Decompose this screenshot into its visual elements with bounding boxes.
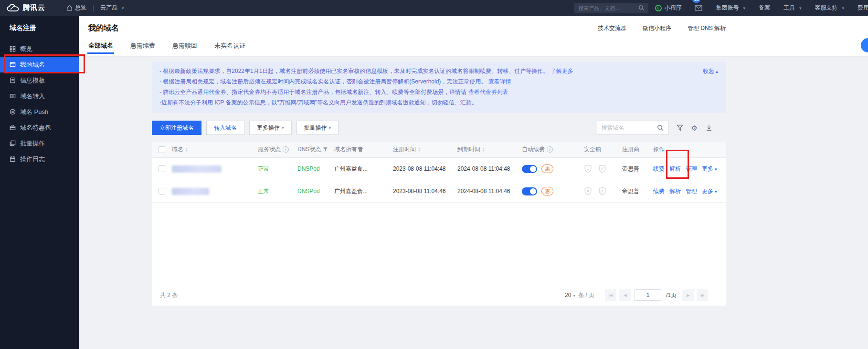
topbar-support-menu[interactable]: 客服支持 (808, 0, 851, 16)
batch-operations-button[interactable]: 批量操作 (296, 121, 339, 135)
topbar-beian[interactable]: 备案 (752, 0, 777, 16)
tab-all-domains[interactable]: 全部域名 (88, 41, 113, 56)
grid-icon (10, 46, 16, 52)
tab-renew-soon[interactable]: 急需续费 (130, 41, 155, 56)
transfer-in-button[interactable]: 转入域名 (206, 121, 244, 135)
link-learn-more[interactable]: 了解更多 (550, 68, 573, 74)
col-operations: 操作 (653, 145, 665, 154)
registrar: 帝思普 (622, 165, 653, 173)
sidebar-item-domain-push[interactable]: 域名 Push (0, 104, 79, 120)
first-page-button[interactable]: |◀ (605, 289, 616, 301)
link-voucher-list[interactable]: 查看代金券列表 (468, 89, 508, 95)
col-dns-status: DNS状态 (297, 145, 321, 154)
auto-renew-toggle[interactable] (522, 187, 537, 195)
log-icon (10, 156, 16, 162)
miniprogram-icon (655, 5, 662, 11)
resolve-link[interactable]: 解析 (669, 165, 681, 173)
tab-not-verified[interactable]: 未实名认证 (214, 41, 245, 56)
sidebar-item-label: 我的域名 (20, 61, 45, 69)
more-operations-button[interactable]: 更多操作 (249, 121, 292, 135)
sidebar-item-label: 域名转入 (20, 92, 45, 101)
topbar-tools-menu[interactable]: 工具 (777, 0, 808, 16)
more-link[interactable]: 更多 (702, 165, 717, 173)
gift-icon (10, 124, 16, 131)
shield-transfer-lock-icon[interactable] (584, 164, 592, 173)
tab-redeem-soon[interactable]: 急需赎回 (172, 41, 197, 56)
auto-renew-toggle[interactable] (522, 165, 537, 173)
topbar-billing-menu[interactable]: 费用 (851, 0, 868, 16)
collapse-notice-button[interactable]: 收起 (703, 66, 718, 77)
renew-link[interactable]: 续费 (653, 165, 665, 173)
topbar-account-menu[interactable]: 集团账号 (709, 0, 752, 16)
link-manage-dns[interactable]: 管理 DNS 解析 (688, 24, 726, 32)
gear-icon[interactable]: ⚙ (691, 124, 698, 132)
dns-status[interactable]: DNSPod (297, 165, 334, 172)
link-wechat-miniprogram[interactable]: 微信小程序 (643, 24, 671, 32)
promo-badge[interactable]: 惠 (541, 187, 553, 195)
filter-icon[interactable] (323, 147, 328, 152)
info-icon[interactable] (283, 146, 289, 153)
row-checkbox[interactable] (159, 165, 165, 172)
toolbar: 立即注册域名 转入域名 更多操作 批量操作 (152, 121, 726, 135)
page-size-select[interactable]: 20 (565, 292, 575, 298)
register-domain-button[interactable]: 立即注册域名 (152, 121, 201, 135)
resolve-link[interactable]: 解析 (669, 187, 681, 195)
manage-link[interactable]: 管理 (686, 165, 697, 173)
pagination: 20 条 / 页 |◀ ◀ /1页 ▶ ▶| (565, 289, 708, 301)
link-tech-group[interactable]: 技术交流群 (598, 24, 626, 32)
row-checkbox[interactable] (159, 188, 165, 195)
topbar-beian-label: 备案 (759, 4, 770, 12)
topbar-search[interactable] (574, 3, 648, 13)
next-page-button[interactable]: ▶ (682, 289, 694, 301)
blurred-domain-name[interactable] (172, 188, 209, 195)
search-icon[interactable] (657, 124, 664, 131)
col-owner: 域名所有者 (334, 145, 363, 154)
last-page-button[interactable]: ▶| (697, 289, 708, 301)
domain-search-input[interactable] (602, 124, 654, 131)
sidebar-item-my-domains[interactable]: 我的域名 (0, 57, 79, 72)
shield-update-lock-icon[interactable] (598, 164, 606, 173)
download-icon[interactable] (706, 124, 712, 131)
domain-owner: 广州嘉益食... (334, 187, 393, 195)
topbar-overview-label: 总览 (75, 4, 86, 12)
manage-link[interactable]: 管理 (686, 187, 697, 195)
topbar-products-menu[interactable]: 云产品 (94, 0, 131, 16)
sidebar-item-transfer-in[interactable]: 域名转入 (0, 88, 79, 104)
search-icon[interactable] (638, 5, 645, 11)
shield-update-lock-icon[interactable] (598, 187, 606, 195)
domain-search[interactable] (597, 121, 668, 135)
promo-badge[interactable]: 惠 (541, 164, 553, 173)
sort-icon[interactable] (482, 147, 485, 152)
table-header-row: 域名 服务状态 DNS状态 域名所有者 注册时间 到期时间 自动续费 安全锁 注… (152, 142, 726, 158)
page-number-input[interactable] (635, 289, 661, 301)
link-view-details[interactable]: 查看详情 (488, 78, 511, 85)
sidebar-item-label: 域名特惠包 (20, 123, 51, 132)
more-link[interactable]: 更多 (702, 187, 717, 195)
dns-status[interactable]: DNSPod (297, 188, 334, 195)
transfer-icon (10, 93, 16, 99)
notice-line: - 根据最新政策法规要求，自2022年1月1日起，域名注册前必须使用已实名审核的… (159, 66, 718, 76)
info-icon[interactable] (547, 146, 553, 153)
filter-icon[interactable] (677, 124, 683, 131)
topbar-messages[interactable]: 11 (688, 0, 709, 16)
topbar-search-input[interactable] (578, 5, 635, 11)
sort-icon[interactable] (418, 147, 421, 152)
topbar-billing-label: 费用 (857, 4, 868, 12)
sort-icon[interactable] (185, 147, 188, 152)
sidebar-item-batch-operations[interactable]: 批量操作 (0, 135, 79, 151)
tencent-cloud-logo[interactable]: 腾讯云 (0, 3, 60, 12)
select-all-checkbox[interactable] (159, 146, 165, 153)
service-status: 正常 (258, 187, 297, 195)
topbar-miniprogram[interactable]: 小程序 (648, 0, 688, 16)
prev-page-button[interactable]: ◀ (619, 289, 631, 301)
shield-transfer-lock-icon[interactable] (584, 187, 592, 195)
sidebar-item-discount-package[interactable]: 域名特惠包 (0, 120, 79, 135)
sidebar-item-overview[interactable]: 概览 (0, 41, 79, 57)
renew-link[interactable]: 续费 (653, 187, 665, 195)
domains-table: 域名 服务状态 DNS状态 域名所有者 注册时间 到期时间 自动续费 安全锁 注… (152, 142, 726, 306)
sidebar-item-info-template[interactable]: 信息模板 (0, 72, 79, 88)
mail-icon (695, 5, 702, 11)
sidebar-item-operation-logs[interactable]: 操作日志 (0, 151, 79, 167)
topbar-overview[interactable]: 总览 (60, 0, 93, 16)
blurred-domain-name[interactable] (172, 165, 222, 173)
